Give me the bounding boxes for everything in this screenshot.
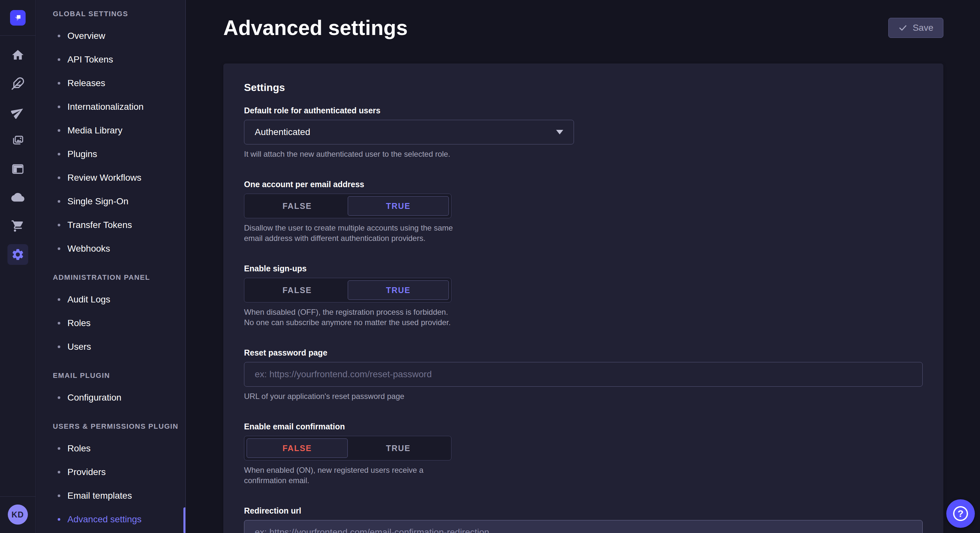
toggle-false-option[interactable]: FALSE (247, 196, 348, 216)
bullet-icon (58, 176, 60, 179)
strapi-logo[interactable] (10, 10, 25, 25)
content-manager-icon (11, 162, 25, 176)
rail-item-cloud[interactable] (8, 187, 28, 208)
home-icon (11, 48, 25, 62)
field-enable-sign-ups: Enable sign-ups FALSE TRUE When disabled… (244, 263, 923, 328)
sidebar-item-admin-users[interactable]: Users (53, 335, 185, 359)
section-title: ADMINISTRATION PANEL (53, 273, 185, 282)
check-icon (898, 23, 907, 32)
one-account-toggle: FALSE TRUE (244, 194, 452, 218)
sidebar-item-label: Internationalization (67, 102, 143, 112)
field-redirection-url: Redirection url (244, 506, 923, 533)
bullet-icon (58, 397, 60, 399)
sidebar-item-up-roles[interactable]: Roles (53, 436, 185, 460)
select-value: Authenticated (255, 127, 310, 137)
bullet-icon (58, 518, 60, 521)
rail-item-marketplace[interactable] (8, 216, 28, 236)
field-hint: It will attach the new authenticated use… (244, 149, 923, 159)
sidebar-item-overview[interactable]: Overview (53, 24, 185, 48)
subnav-section-email-plugin: EMAIL PLUGIN Configuration (53, 371, 185, 409)
redirection-url-input[interactable] (244, 520, 923, 533)
bullet-icon (58, 129, 60, 132)
toggle-true-option[interactable]: TRUE (348, 196, 449, 216)
paper-plane-icon (11, 105, 25, 119)
field-label: Enable email confirmation (244, 422, 923, 431)
email-confirmation-toggle: FALSE TRUE (244, 436, 452, 460)
rail-item-content-manager[interactable] (8, 159, 28, 179)
page-header: Advanced settings Save (223, 16, 943, 40)
sidebar-item-audit-logs[interactable]: Audit Logs (53, 287, 185, 311)
logo-box (0, 0, 36, 36)
sidebar-item-api-tokens[interactable]: API Tokens (53, 48, 185, 71)
save-button[interactable]: Save (888, 18, 943, 38)
enable-sign-ups-toggle: FALSE TRUE (244, 278, 452, 303)
section-title: EMAIL PLUGIN (53, 371, 185, 380)
chevron-down-icon (556, 130, 563, 134)
section-title: GLOBAL SETTINGS (53, 10, 185, 18)
rail-item-settings[interactable] (8, 244, 28, 265)
sidebar-item-media-library[interactable]: Media Library (53, 119, 185, 142)
field-label: Redirection url (244, 506, 923, 516)
toggle-false-option[interactable]: FALSE (247, 438, 348, 458)
subnav-section-users-permissions: USERS & PERMISSIONS PLUGIN Roles Provide… (53, 422, 185, 531)
sidebar-item-internationalization[interactable]: Internationalization (53, 95, 185, 119)
rail-item-content-builder[interactable] (8, 73, 28, 94)
settings-section-title: Settings (244, 81, 923, 94)
rail-item-home[interactable] (8, 45, 28, 65)
help-button[interactable]: ? (946, 499, 975, 528)
toggle-false-option[interactable]: FALSE (247, 281, 348, 300)
sidebar-item-email-configuration[interactable]: Configuration (53, 385, 185, 409)
cloud-icon (11, 191, 25, 204)
sidebar-item-review-workflows[interactable]: Review Workflows (53, 166, 185, 189)
subnav-section-admin-panel: ADMINISTRATION PANEL Audit Logs Roles Us… (53, 273, 185, 359)
field-hint: URL of your application's reset password… (244, 391, 923, 401)
save-button-label: Save (913, 23, 933, 33)
rail-item-media-library[interactable] (8, 130, 28, 151)
icon-rail: KD (0, 0, 36, 533)
strapi-logo-icon (13, 13, 23, 23)
active-item-indicator (183, 508, 185, 533)
toggle-true-option[interactable]: TRUE (348, 281, 449, 300)
main-content: Advanced settings Save Settings Default … (186, 0, 980, 533)
sidebar-item-admin-roles[interactable]: Roles (53, 311, 185, 335)
bullet-icon (58, 447, 60, 450)
bullet-icon (58, 153, 60, 155)
toggle-true-option[interactable]: TRUE (348, 438, 449, 458)
sidebar-item-plugins[interactable]: Plugins (53, 142, 185, 166)
sidebar-item-releases[interactable]: Releases (53, 71, 185, 95)
sidebar-item-label: Media Library (67, 125, 123, 136)
bullet-icon (58, 35, 60, 37)
sidebar-item-single-sign-on[interactable]: Single Sign-On (53, 189, 185, 213)
bullet-icon (58, 82, 60, 84)
subnav-section-global: GLOBAL SETTINGS Overview API Tokens Rele… (53, 10, 185, 260)
default-role-select[interactable]: Authenticated (244, 120, 574, 144)
bullet-icon (58, 495, 60, 497)
rail-items (8, 45, 28, 497)
cart-icon (11, 219, 25, 233)
sidebar-item-transfer-tokens[interactable]: Transfer Tokens (53, 213, 185, 237)
sidebar-item-email-templates[interactable]: Email templates (53, 484, 185, 508)
field-hint: Disallow the user to create multiple acc… (244, 223, 454, 244)
sidebar-item-webhooks[interactable]: Webhooks (53, 237, 185, 260)
rail-item-deploy[interactable] (8, 102, 28, 122)
bullet-icon (58, 224, 60, 226)
field-label: Enable sign-ups (244, 263, 923, 273)
sidebar-item-label: Single Sign-On (67, 196, 128, 206)
avatar[interactable]: KD (8, 504, 28, 525)
bullet-icon (58, 200, 60, 203)
sidebar-item-label: Audit Logs (67, 294, 110, 305)
sidebar-item-advanced-settings[interactable]: Advanced settings (53, 508, 185, 531)
bullet-icon (58, 471, 60, 473)
field-hint: When disabled (OFF), the registration pr… (244, 307, 454, 328)
question-mark-icon: ? (953, 506, 968, 521)
media-library-icon (11, 134, 25, 148)
field-label: Reset password page (244, 348, 923, 357)
sidebar-item-label: Roles (67, 318, 91, 328)
sidebar-item-label: Providers (67, 467, 106, 477)
field-label: One account per email address (244, 179, 923, 189)
sidebar-item-providers[interactable]: Providers (53, 460, 185, 484)
sidebar-item-label: Advanced settings (67, 514, 142, 525)
reset-password-input[interactable] (244, 362, 923, 387)
bullet-icon (58, 58, 60, 61)
sidebar-item-label: Overview (67, 31, 105, 41)
